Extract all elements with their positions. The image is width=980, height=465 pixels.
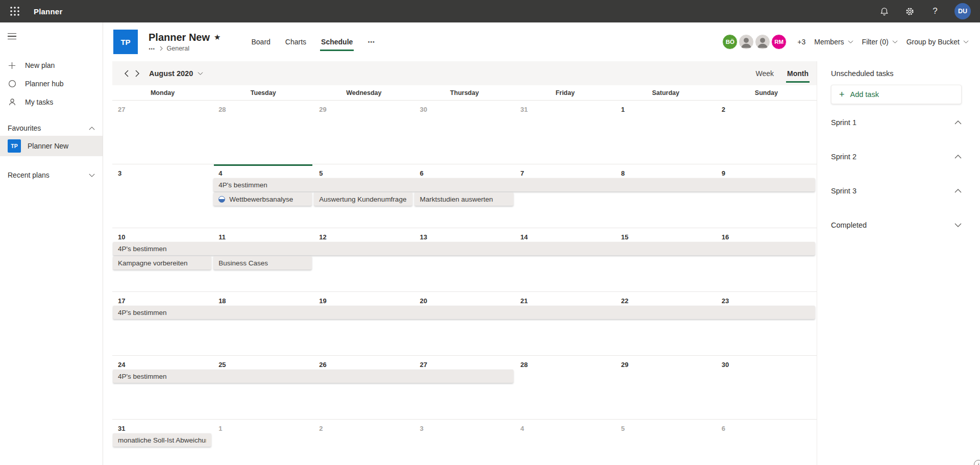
calendar-week: 242526272829304P's bestimmen bbox=[112, 356, 817, 420]
task-card[interactable]: 4P's bestimmen bbox=[113, 306, 815, 319]
previous-month-icon[interactable] bbox=[120, 68, 132, 79]
calendar-day[interactable]: 30 bbox=[716, 356, 817, 419]
calendar-day[interactable]: 17 bbox=[112, 292, 213, 355]
calendar-day[interactable]: 2 bbox=[313, 420, 414, 465]
calendar-day[interactable]: 21 bbox=[515, 292, 616, 355]
tab-more[interactable]: ⋯ bbox=[366, 36, 376, 48]
tab-schedule[interactable]: Schedule bbox=[320, 36, 354, 48]
view-tabs: Board Charts Schedule ⋯ bbox=[251, 36, 377, 48]
day-number: 31 bbox=[521, 106, 528, 113]
help-icon[interactable]: ? bbox=[929, 5, 941, 17]
calendar-day[interactable]: 3 bbox=[414, 420, 514, 465]
group-by-dropdown[interactable]: Group by Bucket bbox=[906, 38, 969, 46]
month-selector[interactable]: August 2020 bbox=[149, 69, 203, 78]
settings-gear-icon[interactable] bbox=[903, 5, 916, 17]
calendar-day[interactable]: 29 bbox=[616, 356, 716, 419]
members-dropdown[interactable]: Members bbox=[814, 38, 853, 46]
calendar-day[interactable]: 9 bbox=[716, 164, 817, 228]
calendar-day[interactable]: 13 bbox=[414, 228, 514, 291]
sidebar-item-my-tasks[interactable]: My tasks bbox=[0, 93, 103, 111]
calendar-day[interactable]: 23 bbox=[716, 292, 817, 355]
calendar-day[interactable]: 2 bbox=[716, 101, 817, 164]
calendar-day[interactable]: 26 bbox=[313, 356, 414, 419]
members-overflow-count[interactable]: +3 bbox=[797, 38, 805, 46]
day-number: 4 bbox=[218, 169, 222, 177]
weekday-header: Thursday bbox=[414, 89, 514, 96]
task-card[interactable]: Wettbewerbsanalyse bbox=[213, 192, 312, 206]
calendar-day[interactable]: 27 bbox=[112, 101, 213, 164]
sidebar-item-new-plan[interactable]: New plan bbox=[0, 56, 103, 75]
view-week-button[interactable]: Week bbox=[755, 69, 774, 78]
calendar-day[interactable]: 19 bbox=[313, 292, 414, 355]
calendar-day[interactable]: 12 bbox=[313, 228, 414, 291]
day-number: 5 bbox=[621, 425, 625, 432]
member-avatar[interactable]: BÖ bbox=[722, 34, 738, 50]
calendar-day[interactable]: 28 bbox=[515, 356, 616, 419]
bucket-sprint-2[interactable]: Sprint 2 bbox=[831, 152, 962, 162]
task-card[interactable]: monatliche Soll-Ist Abweichun... bbox=[113, 433, 211, 447]
user-avatar[interactable]: DU bbox=[954, 3, 971, 19]
calendar-day[interactable]: 30 bbox=[414, 101, 514, 164]
calendar-day[interactable]: 6 bbox=[716, 420, 817, 465]
calendar-day[interactable]: 14 bbox=[515, 228, 616, 291]
calendar-day[interactable]: 25 bbox=[213, 356, 313, 419]
calendar-day[interactable]: 1 bbox=[616, 101, 716, 164]
add-task-button[interactable]: + Add task bbox=[831, 85, 962, 104]
calendar-day[interactable]: 15 bbox=[616, 228, 716, 291]
next-month-icon[interactable] bbox=[132, 68, 143, 79]
task-card[interactable]: Marktstudien auswerten bbox=[414, 192, 513, 206]
day-number: 9 bbox=[722, 169, 725, 177]
calendar-day[interactable]: 7 bbox=[515, 164, 616, 228]
notifications-bell-icon[interactable] bbox=[878, 5, 890, 17]
filter-dropdown[interactable]: Filter (0) bbox=[862, 38, 898, 46]
member-avatar[interactable]: RM bbox=[771, 34, 787, 50]
recent-plans-section-header[interactable]: Recent plans bbox=[0, 167, 103, 183]
favourite-star-icon[interactable]: ★ bbox=[214, 33, 220, 42]
calendar-day[interactable]: 18 bbox=[213, 292, 313, 355]
tab-charts[interactable]: Charts bbox=[284, 36, 307, 48]
day-number: 13 bbox=[420, 233, 427, 241]
day-number: 11 bbox=[218, 233, 226, 241]
task-card[interactable]: 4P's bestimmen bbox=[113, 370, 513, 383]
calendar-day[interactable]: 24 bbox=[112, 356, 213, 419]
day-number: 21 bbox=[521, 297, 528, 305]
task-card[interactable]: 4P's bestimmen bbox=[113, 242, 815, 255]
calendar-day[interactable]: 22 bbox=[616, 292, 716, 355]
bucket-completed[interactable]: Completed bbox=[831, 220, 962, 230]
sidebar-item-planner-new[interactable]: TP Planner New bbox=[0, 136, 103, 156]
topbar-actions: ? DU bbox=[878, 3, 973, 19]
sidebar: New plan Planner hub My tasks Favourites bbox=[0, 22, 103, 465]
calendar-day[interactable]: 16 bbox=[716, 228, 817, 291]
calendar-day[interactable]: 1 bbox=[213, 420, 313, 465]
member-avatar[interactable] bbox=[755, 34, 770, 50]
task-card[interactable]: 4P's bestimmen bbox=[213, 178, 815, 191]
calendar-day[interactable]: 27 bbox=[414, 356, 514, 419]
tab-board[interactable]: Board bbox=[251, 36, 272, 48]
calendar-day[interactable]: 3 bbox=[112, 164, 213, 228]
breadcrumb-current[interactable]: General bbox=[167, 45, 189, 52]
sidebar-item-planner-hub[interactable]: Planner hub bbox=[0, 75, 103, 93]
task-card[interactable]: Kampagne vorbereiten bbox=[113, 256, 211, 270]
hamburger-menu-icon[interactable] bbox=[0, 28, 20, 45]
member-avatar[interactable] bbox=[739, 34, 754, 50]
info-badge-icon[interactable]: i bbox=[974, 460, 980, 465]
task-card[interactable]: Business Cases bbox=[213, 256, 312, 270]
calendar-day[interactable]: 8 bbox=[616, 164, 716, 228]
calendar-day[interactable]: 5 bbox=[616, 420, 716, 465]
calendar-day[interactable]: 31 bbox=[515, 101, 616, 164]
chevron-up-icon bbox=[954, 189, 962, 193]
bucket-sprint-3[interactable]: Sprint 3 bbox=[831, 186, 962, 196]
weekday-header: Tuesday bbox=[213, 89, 313, 96]
app-title: Planner bbox=[34, 7, 62, 16]
calendar-day[interactable]: 4 bbox=[515, 420, 616, 465]
bucket-sprint-1[interactable]: Sprint 1 bbox=[831, 117, 962, 128]
calendar-day[interactable]: 29 bbox=[313, 101, 414, 164]
task-card[interactable]: Auswertung Kundenumfrage bbox=[314, 192, 412, 206]
day-number: 29 bbox=[319, 106, 326, 113]
favourites-section-header[interactable]: Favourites bbox=[0, 120, 103, 136]
breadcrumb-more[interactable]: ⋯ bbox=[149, 45, 156, 53]
app-launcher-waffle-icon[interactable] bbox=[7, 4, 22, 19]
calendar-day[interactable]: 20 bbox=[414, 292, 514, 355]
calendar-day[interactable]: 28 bbox=[213, 101, 313, 164]
view-month-button[interactable]: Month bbox=[787, 69, 808, 78]
